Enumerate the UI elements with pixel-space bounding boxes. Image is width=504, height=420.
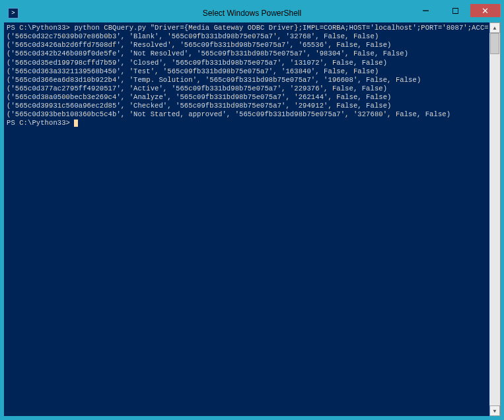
output-row: ('565c0d363a3321139568b450', 'Test', '56…	[7, 67, 378, 75]
command-text: python CBQuery.py "Driver={Media Gateway…	[74, 24, 489, 32]
prompt: PS C:\Python33>	[7, 119, 70, 127]
powershell-window: > Select Windows PowerShell − ✕ PS C:\Py…	[4, 4, 500, 416]
powershell-icon: >	[8, 8, 18, 18]
output-row: ('565c0d39931c560a96ec2d85', 'Checked', …	[7, 102, 392, 110]
output-row: ('565c0d366ea6d83d10b922b4', 'Temp. Solu…	[7, 76, 421, 84]
window-controls: − ✕	[411, 4, 500, 22]
output-row: ('565c0d32c75039b07e86b0b3', 'Blank', '5…	[7, 32, 378, 40]
terminal-output[interactable]: PS C:\Python33> python CBQuery.py "Drive…	[4, 22, 489, 416]
minimize-button[interactable]: −	[411, 4, 441, 17]
maximize-button[interactable]	[441, 4, 470, 17]
scroll-down-button[interactable]: ▼	[489, 405, 500, 416]
output-row: ('565c0d38a0500becb3e269c4', 'Analyze', …	[7, 93, 392, 101]
output-row: ('565c0d342b246b089f0de5fe', 'Not Resolv…	[7, 50, 408, 57]
output-row: ('565c0d393beb108360bc5c4b', 'Not Starte…	[7, 110, 450, 118]
window-title: Select Windows PowerShell	[203, 9, 301, 18]
output-row: ('565c0d35ed199798cffd7b59', 'Closed', '…	[7, 59, 387, 67]
titlebar[interactable]: > Select Windows PowerShell − ✕	[4, 4, 500, 22]
scroll-up-button[interactable]: ▲	[489, 22, 500, 33]
vertical-scrollbar[interactable]: ▲ ▼	[489, 22, 500, 416]
close-button[interactable]: ✕	[470, 4, 500, 17]
scroll-thumb[interactable]	[490, 33, 499, 54]
prompt: PS C:\Python33>	[7, 24, 70, 32]
scroll-track[interactable]	[489, 33, 500, 405]
output-row: ('565c0d3426ab2d6ffd7508df', 'Resolved',…	[7, 41, 392, 49]
terminal-area: PS C:\Python33> python CBQuery.py "Drive…	[4, 22, 500, 416]
output-row: ('565c0d377ac2795ff4920517', 'Active', '…	[7, 85, 387, 92]
cursor	[74, 120, 78, 127]
